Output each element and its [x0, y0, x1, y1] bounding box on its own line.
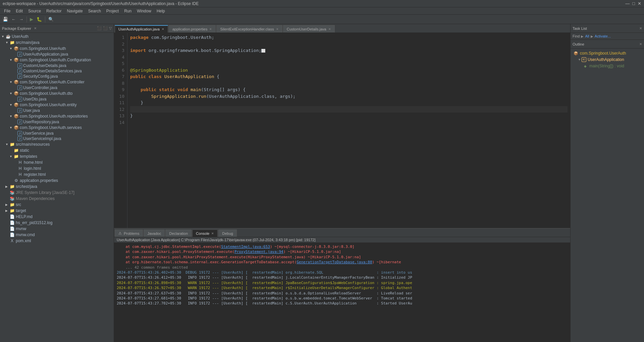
close-button[interactable]: ✕ — [638, 1, 641, 6]
console-line: 2024-07-07T15:43:27.702+05:30 INFO 19172… — [117, 301, 568, 306]
tree-item[interactable]: JSecurityConfig.java — [0, 74, 114, 79]
bottom-tab-declaration[interactable]: Declaration — [165, 229, 192, 237]
code-editor[interactable]: 1234567891011121314 package com.Springbo… — [114, 33, 570, 228]
console-link[interactable]: GenerationTargetToDatabase.java:80 — [297, 260, 372, 264]
editor-tab-CustomUserDetails-java[interactable]: CustomUserDetails.java✕ — [283, 25, 335, 32]
maximize-button[interactable]: □ — [632, 1, 635, 6]
menu-item-source[interactable]: Source — [25, 8, 44, 14]
tree-item[interactable]: ▼📦com.Springboot.UserAuth.repositories — [0, 113, 114, 119]
bottom-tab-javadoc[interactable]: Javadoc — [144, 229, 165, 237]
console-link[interactable]: ProxyStatement.java:94 — [234, 250, 283, 254]
tree-item[interactable]: ▼📁src/main/java — [0, 40, 114, 46]
outline-item[interactable]: ◆main(String[]) : void — [571, 63, 644, 69]
editor-tab-close[interactable]: ✕ — [209, 27, 212, 31]
tree-item[interactable]: ▼☕UserAuth — [0, 33, 114, 40]
view-menu-icon[interactable]: ▽ — [109, 26, 112, 30]
tree-item[interactable]: ⚙application.properties — [0, 178, 114, 184]
center-panel: UserAuthApplication.java✕application.pro… — [114, 24, 570, 342]
tree-item[interactable]: Hlogin.html — [0, 165, 114, 172]
bottom-tab-console[interactable]: Console✕ — [192, 229, 218, 237]
bottom-tab-close[interactable]: ✕ — [211, 232, 214, 235]
menu-item-search[interactable]: Search — [86, 8, 104, 14]
menu-item-help[interactable]: Help — [154, 8, 168, 14]
tree-item[interactable]: Hregister.html — [0, 172, 114, 178]
outline-item[interactable]: ▼CUserAuthApplication — [571, 57, 644, 63]
editor-tab-close[interactable]: ✕ — [162, 27, 164, 31]
toolbar-search[interactable]: 🔍 — [47, 16, 55, 22]
outline-header: Outline ✕ — [571, 40, 644, 49]
tree-item[interactable]: ▼📁templates — [0, 153, 114, 159]
tree-item[interactable]: JUserController.java — [0, 85, 114, 90]
tree-item[interactable]: Hhome.html — [0, 159, 114, 165]
task-activate-label[interactable]: Activate... — [595, 34, 611, 38]
tree-item[interactable]: 📄HELP.md — [0, 214, 114, 220]
tree-item[interactable]: JCustomUserDetails.java — [0, 63, 114, 68]
tree-item[interactable]: 📚JRE System Library [JavaSE-17] — [0, 190, 114, 196]
tree-item[interactable]: JUserService.java — [0, 131, 114, 136]
menu-item-navigate[interactable]: Navigate — [64, 8, 85, 14]
tree-item[interactable]: JUserAuthApplication.java — [0, 52, 114, 57]
link-editor-icon[interactable]: ⬛ — [103, 26, 108, 30]
collapse-all-icon[interactable]: ⬛ — [97, 26, 102, 30]
tree-item[interactable]: JCustomUserDetailsServices.java — [0, 68, 114, 74]
tree-item[interactable]: JUser.java — [0, 108, 114, 113]
package-explorer-close-tab[interactable]: ✕ — [34, 26, 37, 30]
editor-tab-close[interactable]: ✕ — [328, 27, 331, 31]
tree-item[interactable]: 📄mvnw.cmd — [0, 232, 114, 238]
tree-icon-src: 📁 — [9, 40, 15, 45]
task-all-label[interactable]: All — [585, 34, 589, 38]
line-number: 8 — [115, 80, 124, 87]
tree-item[interactable]: ▼📦com.Springboot.UserAuth.Controller — [0, 79, 114, 85]
minimize-button[interactable]: — — [625, 1, 630, 6]
tree-icon-pkg: 📦 — [13, 114, 19, 119]
toolbar-forward[interactable]: → — [18, 16, 25, 22]
editor-tab-application-properties[interactable]: application.properties✕ — [169, 25, 216, 32]
tree-label: UserDto.java — [23, 97, 46, 101]
tree-item[interactable]: ▼📦com.Springboot.UserAuth.dto — [0, 90, 114, 96]
toolbar-save[interactable]: 💾 — [1, 16, 9, 22]
tree-item[interactable]: ▼📦com.Springboot.UserAuth.entity — [0, 102, 114, 108]
toolbar-run[interactable]: ▶ — [29, 16, 35, 22]
bottom-tab-problems[interactable]: ⚠Problems — [115, 229, 143, 237]
console-link[interactable]: StatementImpl.java:653 — [221, 245, 270, 249]
tree-item[interactable]: ▼📦com.Springboot.UserAuth — [0, 46, 114, 52]
tree-item[interactable]: 📄hs_err_pid31512.log — [0, 220, 114, 226]
editor-tab-SilentExitExceptionHandler-class[interactable]: SilentExitExceptionHandler.class✕ — [216, 25, 282, 32]
tree-item[interactable]: ▶📁src — [0, 202, 114, 208]
menu-item-window[interactable]: Window — [134, 8, 154, 14]
tree-item[interactable]: 📁static — [0, 147, 114, 153]
tree-item[interactable]: JUserDto.java — [0, 96, 114, 102]
editor-tab-close[interactable]: ✕ — [276, 27, 279, 31]
menu-item-file[interactable]: File — [1, 8, 13, 14]
tree-item[interactable]: ▶📁target — [0, 208, 114, 214]
outline-close[interactable]: ✕ — [639, 42, 642, 46]
task-list-header: Task List ✕ — [571, 24, 644, 33]
code-content[interactable]: package com.Springboot.UserAuth; import … — [127, 33, 570, 228]
menu-item-run[interactable]: Run — [121, 8, 134, 14]
editor-tab-UserAuthApplication-java[interactable]: UserAuthApplication.java✕ — [115, 25, 168, 32]
toolbar-debug[interactable]: 🐛 — [35, 16, 43, 22]
task-list-close[interactable]: ✕ — [639, 26, 642, 30]
outline-label: com.Springboot.UserAuth — [580, 51, 626, 56]
menu-item-edit[interactable]: Edit — [13, 8, 25, 14]
title-text: eclipse-workspace - UserAuth/src/main/ja… — [3, 1, 199, 6]
tree-item[interactable]: ▼📦com.Springboot.UserAuth.Configuration — [0, 57, 114, 63]
tree-item[interactable]: ▼📁src/main/resources — [0, 141, 114, 147]
tree-item[interactable]: 📚Maven Dependencies — [0, 196, 114, 202]
tree-icon-java: J — [17, 120, 22, 124]
outline-item[interactable]: 📦com.Springboot.UserAuth — [571, 50, 644, 57]
bottom-tab-debug[interactable]: Debug — [218, 229, 236, 237]
tree-item[interactable]: 📄mvnw — [0, 226, 114, 232]
toolbar-back[interactable]: ← — [10, 16, 17, 22]
bottom-panel: ⚠ProblemsJavadocDeclarationConsole✕Debug… — [114, 228, 570, 342]
tree-label: pom.xml — [16, 238, 31, 243]
tree-item[interactable]: ▼📦com.Springboot.UserAuth.services — [0, 125, 114, 131]
menu-item-refactor[interactable]: Refactor — [44, 8, 64, 14]
tree-item[interactable]: JUserServiceImpl.java — [0, 136, 114, 141]
tree-label: home.html — [24, 160, 43, 165]
tree-item[interactable]: Xpom.xml — [0, 238, 114, 244]
tree-item[interactable]: ▶📁src/test/java — [0, 184, 114, 190]
tree-item[interactable]: JUserRepository.java — [0, 119, 114, 125]
menu-item-project[interactable]: Project — [104, 8, 121, 14]
tree-icon-java: J — [17, 131, 22, 136]
